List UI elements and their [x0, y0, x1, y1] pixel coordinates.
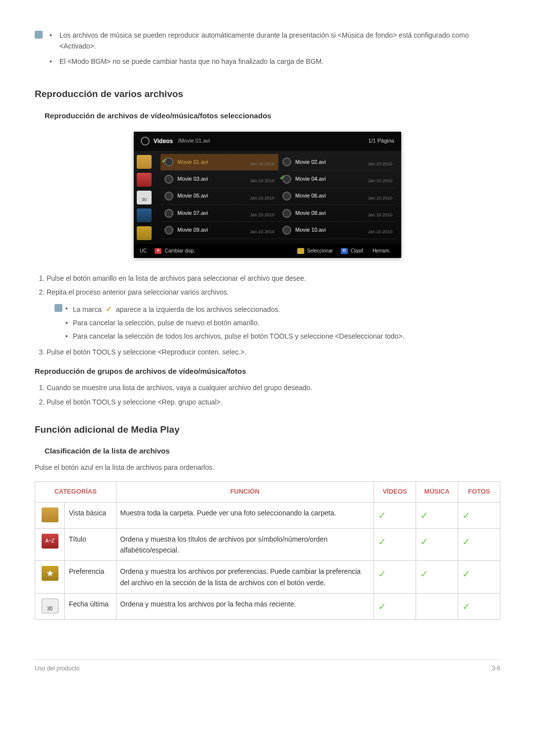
instructions-list-1: Pulse el botón amarillo en la lista de a…: [35, 273, 500, 298]
check-icon: ✓: [462, 510, 471, 521]
function-desc: Muestra toda la carpeta. Puede ver una f…: [116, 502, 374, 528]
check-icon: ✓: [420, 536, 428, 547]
instructions-list-1-cont: Pulse el botón TOOLS y seleccione <Repro…: [35, 347, 500, 357]
file-name: Movie 06.avi: [295, 192, 364, 201]
file-item[interactable]: Movie 01.aviJan.10.2010: [160, 154, 278, 171]
file-item[interactable]: Movie 06.aviJan.10.2010: [278, 188, 396, 205]
preference-icon[interactable]: [137, 226, 152, 240]
note-icon: [54, 304, 62, 312]
table-row: 30Fecha últimaOrdena y muestra los archi…: [35, 594, 500, 620]
file-item[interactable]: Movie 02.aviJan.10.2010: [278, 154, 396, 171]
check-cell: ✓: [458, 594, 500, 620]
th-photos: FOTOS: [458, 481, 500, 502]
file-name: Movie 03.avi: [177, 175, 246, 184]
screen-footer: UC A Cambiar disp. Seleccionar D Clasif.…: [134, 244, 401, 258]
reel-icon: [282, 226, 291, 235]
button-c-icon[interactable]: [297, 248, 304, 254]
uc-label: UC: [140, 247, 147, 255]
file-date: Jan.10.2010: [368, 228, 392, 235]
file-name: Movie 10.avi: [295, 226, 364, 235]
note-icon: [35, 31, 43, 39]
file-date: Jan.10.2010: [250, 160, 274, 167]
check-cell: ✓: [374, 528, 416, 561]
media-play-screenshot: Videos /Movie 01.avi 1/1 Página 30 Movie…: [134, 132, 401, 258]
button-c-label: Seleccionar: [307, 247, 333, 255]
check-mark-icon: ✓: [106, 303, 112, 316]
button-d-icon[interactable]: D: [341, 248, 348, 254]
file-name: Movie 05.avi: [177, 192, 246, 201]
az-icon: A~Z: [42, 534, 58, 549]
top-notes: • Los archivos de música se pueden repro…: [35, 30, 500, 67]
footer-left: Uso del producto: [35, 664, 80, 673]
category-icon[interactable]: [137, 208, 152, 222]
screen-path: /Movie 01.avi: [178, 137, 368, 146]
sub-notes: • La marca ✓ aparece a la izquierda de l…: [54, 303, 500, 342]
sub-note-text: aparece a la izquierda de los archivos s…: [116, 305, 280, 313]
check-cell: ✓: [458, 528, 500, 561]
category-icon-cell: 30: [35, 594, 65, 620]
list-item: Pulse el botón TOOLS y seleccione <Rep. …: [47, 397, 500, 407]
sub-note-text: La marca: [73, 305, 102, 313]
check-icon: ✓: [462, 601, 471, 612]
date-icon: 30: [42, 599, 58, 613]
file-name: Movie 08.avi: [295, 209, 364, 218]
videos-icon: [141, 137, 150, 146]
az-sort-icon[interactable]: [137, 173, 152, 187]
note-text: El <Modo BGM> no se puede cambiar hasta …: [59, 56, 500, 67]
file-item[interactable]: Movie 07.aviJan.10.2010: [160, 205, 278, 222]
sort-intro: Pulse el botón azul en la lista de archi…: [35, 462, 500, 473]
file-name: Movie 04.avi: [295, 175, 364, 184]
category-name: Título: [65, 528, 116, 561]
reel-icon: [282, 157, 291, 166]
file-date: Jan.10.2010: [368, 211, 392, 218]
sub-note-text: Para cancelar la selección de todos los …: [73, 331, 500, 342]
category-icon-cell: ★: [35, 561, 65, 594]
page-footer: Uso del producto 3-6: [35, 659, 500, 673]
list-item: Cuando se muestre una lista de archivos,…: [47, 382, 500, 393]
heading-additional-function: Función adicional de Media Play: [35, 422, 500, 437]
file-date: Jan.10.2010: [368, 160, 392, 167]
category-icon-cell: [35, 502, 65, 528]
check-cell: ✓: [374, 594, 416, 620]
check-icon: ✓: [378, 568, 386, 579]
check-cell: ✓: [416, 528, 458, 561]
heading-multi-playback: Reproducción de varios archivos: [35, 87, 500, 101]
file-item[interactable]: Movie 10.aviJan.10.2010: [278, 222, 396, 239]
button-a-icon[interactable]: A: [155, 248, 161, 254]
function-desc: Ordena y muestra los archivos por la fec…: [116, 594, 374, 620]
folder-icon: [42, 507, 58, 522]
reel-icon: [282, 209, 291, 218]
category-name: Fecha última: [65, 594, 116, 620]
function-desc: Ordena y muestra los archivos por prefer…: [116, 561, 374, 594]
folder-icon[interactable]: [137, 155, 152, 169]
check-cell: ✓: [458, 561, 500, 594]
file-item[interactable]: Movie 08.aviJan.10.2010: [278, 205, 396, 222]
check-icon: ✓: [420, 568, 428, 579]
category-icon-cell: A~Z: [35, 528, 65, 561]
sort-sidebar: 30: [134, 151, 156, 244]
th-function: FUNCIÓN: [116, 481, 374, 502]
subheading-group-playback: Reproducción de grupos de archivos de ví…: [35, 365, 500, 377]
reel-icon: [164, 175, 173, 184]
screen-title: Videos: [154, 137, 173, 146]
date-sort-icon[interactable]: 30: [137, 191, 152, 204]
button-a-label: Cambiar disp.: [164, 247, 195, 255]
reel-icon: [282, 192, 291, 201]
file-item[interactable]: Movie 04.aviJan.10.2010: [278, 171, 396, 188]
check-icon: ✓: [378, 601, 386, 612]
file-item[interactable]: Movie 05.aviJan.10.2010: [160, 188, 278, 205]
category-name: Preferencia: [65, 561, 116, 594]
file-date: Jan.10.2010: [250, 211, 274, 218]
file-item[interactable]: Movie 09.aviJan.10.2010: [160, 222, 278, 239]
list-item: Pulse el botón amarillo en la lista de a…: [47, 273, 500, 284]
file-name: Movie 07.avi: [177, 209, 246, 218]
instructions-list-2: Cuando se muestre una lista de archivos,…: [35, 382, 500, 407]
file-item[interactable]: Movie 03.aviJan.10.2010: [160, 171, 278, 188]
page-indicator: 1/1 Página: [368, 137, 394, 146]
sub-note-text: Para cancelar la selección, pulse de nue…: [73, 317, 500, 328]
check-cell: [416, 594, 458, 620]
reel-icon: [164, 226, 173, 235]
check-icon: ✓: [378, 536, 386, 547]
check-cell: ✓: [374, 502, 416, 528]
list-item: Pulse el botón TOOLS y seleccione <Repro…: [47, 347, 500, 357]
